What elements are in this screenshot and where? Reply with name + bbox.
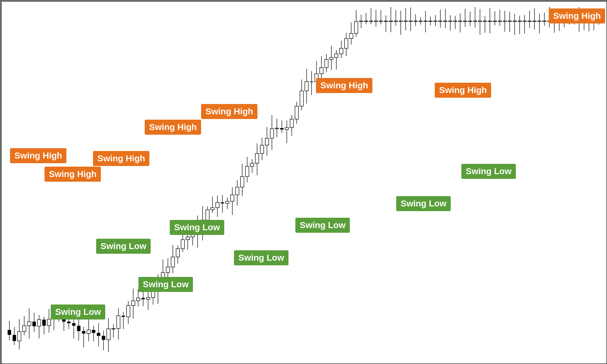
chart-container: Swing HighSwing HighSwing HighSwing High… — [0, 0, 607, 364]
